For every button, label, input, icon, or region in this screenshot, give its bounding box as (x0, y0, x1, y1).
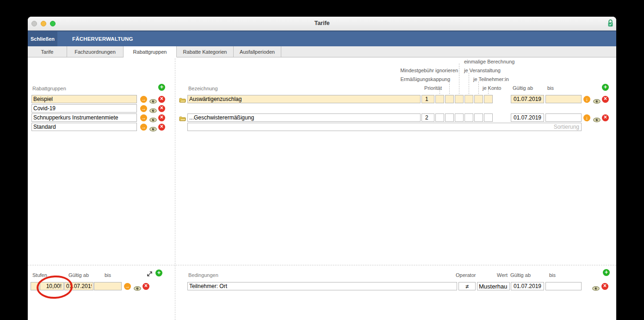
tab-rabattgruppen[interactable]: Rabattgruppen (124, 46, 177, 57)
sortierung-input[interactable] (187, 123, 582, 131)
header-je-konto: je Konto (483, 85, 501, 91)
navbar: Schließen FÄCHERVERWALTUNG (28, 31, 616, 46)
header-connector (440, 90, 440, 94)
open-arrow-button[interactable]: → (140, 105, 147, 112)
tab-rabatte-kategorien[interactable]: Rabatte Kategorien (177, 46, 234, 57)
eye-button[interactable] (149, 125, 157, 130)
bis-input[interactable] (545, 282, 582, 290)
header-operator: Operator (456, 272, 476, 278)
add-stufe-button[interactable]: + (155, 270, 162, 276)
bezeichnung-input[interactable] (187, 113, 421, 122)
header-je-veranstaltung: je Veranstaltung (464, 68, 501, 73)
flag-checkbox-je-teilnehmer-in[interactable] (474, 95, 483, 103)
open-arrow-button[interactable]: → (124, 283, 131, 290)
delete-button[interactable]: × (158, 124, 165, 131)
eye-button[interactable] (149, 97, 157, 102)
stufe-marker-input[interactable] (31, 282, 39, 290)
eye-button[interactable] (149, 107, 157, 111)
collapse-arrow-button[interactable]: ↓ (583, 96, 590, 103)
header-bis: bis (547, 85, 554, 91)
delete-button[interactable]: × (601, 283, 608, 290)
gueltig-ab-input[interactable] (511, 113, 544, 122)
header-mindestgebuehr-ignorieren: Mindestgebühr ignorieren (400, 68, 458, 73)
delete-button[interactable]: × (158, 114, 165, 121)
header-gueltig-ab: Gültig ab (513, 85, 533, 91)
panel-divider-horizontal (28, 265, 616, 265)
bedingungen-title: Bedingungen (188, 272, 218, 278)
rabattgruppe-name-input[interactable] (31, 104, 137, 113)
header-connector (488, 90, 489, 94)
rabattgruppe-name-input[interactable] (31, 113, 137, 122)
tabbar: Tarife Fachzuordnungen Rabattgruppen Rab… (28, 46, 616, 57)
lock-icon[interactable] (607, 19, 613, 29)
module-title[interactable]: FÄCHERVERWALTUNG (72, 31, 133, 46)
flag-checkbox-je-konto[interactable] (484, 113, 493, 122)
delete-button[interactable]: × (158, 105, 165, 112)
header-ermaessigungskappung: Ermäßigungskappung (400, 76, 450, 82)
rabattgruppe-name-input[interactable] (31, 95, 137, 103)
header-connector (469, 73, 469, 94)
header-connector (459, 63, 459, 94)
bis-input[interactable] (545, 113, 582, 122)
flag-checkbox-einmalige-berechnung[interactable] (455, 95, 464, 103)
gueltig-ab-input[interactable] (511, 282, 544, 290)
add-rabattgruppe-button[interactable]: + (158, 84, 165, 91)
eye-button[interactable] (149, 116, 157, 120)
folder-icon[interactable] (179, 96, 186, 101)
flag-checkbox-je-veranstaltung[interactable] (464, 95, 473, 103)
open-arrow-button[interactable]: → (140, 96, 147, 103)
flag-checkbox-ermaessigungskappung[interactable] (445, 113, 454, 122)
prioritaet-input[interactable] (421, 95, 434, 103)
open-arrow-button[interactable]: → (140, 124, 147, 131)
flag-checkbox-ermaessigungskappung[interactable] (445, 95, 454, 103)
header-connector (478, 82, 479, 94)
flag-checkbox-einmalige-berechnung[interactable] (455, 113, 464, 122)
flag-checkbox-je-konto[interactable] (484, 95, 493, 103)
bis-input[interactable] (545, 95, 582, 103)
eye-button[interactable] (593, 116, 601, 120)
wert-input[interactable] (477, 282, 510, 290)
flag-checkbox-mindestgebuehr[interactable] (435, 113, 444, 122)
delete-button[interactable]: × (602, 96, 609, 103)
header-connector (449, 82, 450, 94)
delete-button[interactable]: × (602, 114, 609, 121)
delete-button[interactable]: × (142, 283, 149, 290)
close-button[interactable]: Schließen (28, 31, 57, 46)
flag-checkbox-mindestgebuehr[interactable] (435, 95, 444, 103)
tab-fachzuordnungen[interactable]: Fachzuordnungen (67, 46, 124, 57)
tab-tarife[interactable]: Tarife (28, 46, 67, 57)
header-einmalige-berechnung: einmalige Berechnung (464, 59, 514, 64)
rabattgruppe-name-input[interactable] (31, 123, 137, 131)
open-arrow-button[interactable]: → (140, 114, 147, 121)
flag-checkbox-je-teilnehmer-in[interactable] (474, 113, 483, 122)
bezeichnung-title: Bezeichnung (188, 86, 218, 91)
eye-button[interactable] (592, 284, 600, 289)
gueltig-ab-input[interactable] (64, 282, 93, 290)
operator-input[interactable] (458, 282, 476, 290)
prioritaet-input[interactable] (421, 113, 434, 122)
panel-divider-vertical (175, 58, 175, 320)
bedingung-input[interactable] (187, 282, 457, 290)
add-rabatt-button[interactable]: + (602, 84, 609, 91)
header-gueltig-ab: Gültig ab (510, 272, 531, 278)
folder-icon[interactable] (179, 115, 186, 120)
expand-button[interactable] (147, 270, 153, 279)
bezeichnung-input[interactable] (187, 95, 421, 103)
stufe-betrag-input[interactable] (40, 282, 64, 290)
flag-checkbox-je-veranstaltung[interactable] (464, 113, 473, 122)
collapse-arrow-button[interactable]: ↓ (583, 114, 590, 121)
tab-ausfallperioden[interactable]: Ausfallperioden (234, 46, 281, 57)
header-bis: bis (105, 272, 111, 278)
header-wert: Wert (497, 272, 508, 278)
window-title: Tarife (28, 20, 616, 26)
eye-button[interactable] (134, 284, 141, 289)
app-window: Tarife Schließen FÄCHERVERWALTUNG Tarife… (28, 17, 616, 320)
add-bedingung-button[interactable]: + (603, 269, 610, 276)
delete-button[interactable]: × (158, 96, 165, 103)
content-area: Rabattgruppen + → × → × → × → × Bezeichn… (28, 57, 616, 320)
bis-input[interactable] (94, 282, 122, 290)
eye-button[interactable] (593, 97, 601, 102)
header-gueltig-ab: Gültig ab (68, 272, 89, 278)
gueltig-ab-input[interactable] (511, 95, 544, 103)
header-bis: bis (549, 272, 556, 278)
